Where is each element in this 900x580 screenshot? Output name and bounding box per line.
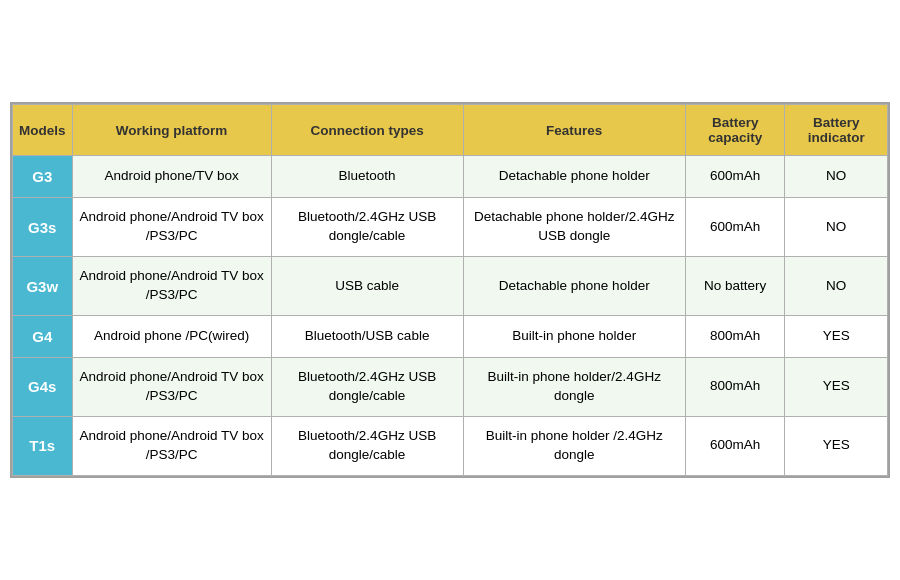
- cell-battery-capacity: 600mAh: [685, 156, 785, 198]
- table-row: G4Android phone /PC(wired)Bluetooth/USB …: [13, 316, 888, 358]
- cell-features: Detachable phone holder: [463, 156, 685, 198]
- comparison-table-wrapper: Models Working platform Connection types…: [10, 102, 890, 477]
- cell-battery-capacity: 800mAh: [685, 316, 785, 358]
- cell-connection-types: Bluetooth/2.4GHz USB dongle/cable: [271, 198, 463, 257]
- table-header-row: Models Working platform Connection types…: [13, 105, 888, 156]
- cell-model: G3w: [13, 257, 73, 316]
- table-row: G3wAndroid phone/Android TV box /PS3/PCU…: [13, 257, 888, 316]
- table-row: G3Android phone/TV boxBluetoothDetachabl…: [13, 156, 888, 198]
- cell-features: Built-in phone holder: [463, 316, 685, 358]
- cell-features: Detachable phone holder: [463, 257, 685, 316]
- cell-battery-indicator: YES: [785, 316, 888, 358]
- cell-battery-indicator: YES: [785, 416, 888, 475]
- comparison-table: Models Working platform Connection types…: [12, 104, 888, 475]
- header-features: Features: [463, 105, 685, 156]
- cell-connection-types: Bluetooth/USB cable: [271, 316, 463, 358]
- cell-battery-indicator: NO: [785, 257, 888, 316]
- cell-model: G4s: [13, 358, 73, 417]
- cell-battery-capacity: 600mAh: [685, 416, 785, 475]
- cell-battery-capacity: No battery: [685, 257, 785, 316]
- cell-working-platform: Android phone/Android TV box /PS3/PC: [72, 416, 271, 475]
- cell-connection-types: Bluetooth/2.4GHz USB dongle/cable: [271, 358, 463, 417]
- cell-model: G3s: [13, 198, 73, 257]
- header-battery-capacity: Battery capacity: [685, 105, 785, 156]
- cell-working-platform: Android phone/TV box: [72, 156, 271, 198]
- cell-model: G3: [13, 156, 73, 198]
- table-row: G4sAndroid phone/Android TV box /PS3/PCB…: [13, 358, 888, 417]
- cell-working-platform: Android phone/Android TV box /PS3/PC: [72, 257, 271, 316]
- cell-working-platform: Android phone/Android TV box /PS3/PC: [72, 358, 271, 417]
- table-row: G3sAndroid phone/Android TV box /PS3/PCB…: [13, 198, 888, 257]
- cell-model: G4: [13, 316, 73, 358]
- cell-battery-indicator: YES: [785, 358, 888, 417]
- cell-connection-types: Bluetooth/2.4GHz USB dongle/cable: [271, 416, 463, 475]
- cell-battery-capacity: 800mAh: [685, 358, 785, 417]
- header-battery-indicator: Battery indicator: [785, 105, 888, 156]
- cell-battery-indicator: NO: [785, 156, 888, 198]
- cell-features: Built-in phone holder /2.4GHz dongle: [463, 416, 685, 475]
- cell-battery-capacity: 600mAh: [685, 198, 785, 257]
- cell-connection-types: Bluetooth: [271, 156, 463, 198]
- cell-features: Detachable phone holder/2.4GHz USB dongl…: [463, 198, 685, 257]
- cell-battery-indicator: NO: [785, 198, 888, 257]
- header-models: Models: [13, 105, 73, 156]
- table-row: T1sAndroid phone/Android TV box /PS3/PCB…: [13, 416, 888, 475]
- cell-model: T1s: [13, 416, 73, 475]
- cell-working-platform: Android phone /PC(wired): [72, 316, 271, 358]
- cell-working-platform: Android phone/Android TV box /PS3/PC: [72, 198, 271, 257]
- cell-connection-types: USB cable: [271, 257, 463, 316]
- cell-features: Built-in phone holder/2.4GHz dongle: [463, 358, 685, 417]
- header-connection-types: Connection types: [271, 105, 463, 156]
- header-working-platform: Working platform: [72, 105, 271, 156]
